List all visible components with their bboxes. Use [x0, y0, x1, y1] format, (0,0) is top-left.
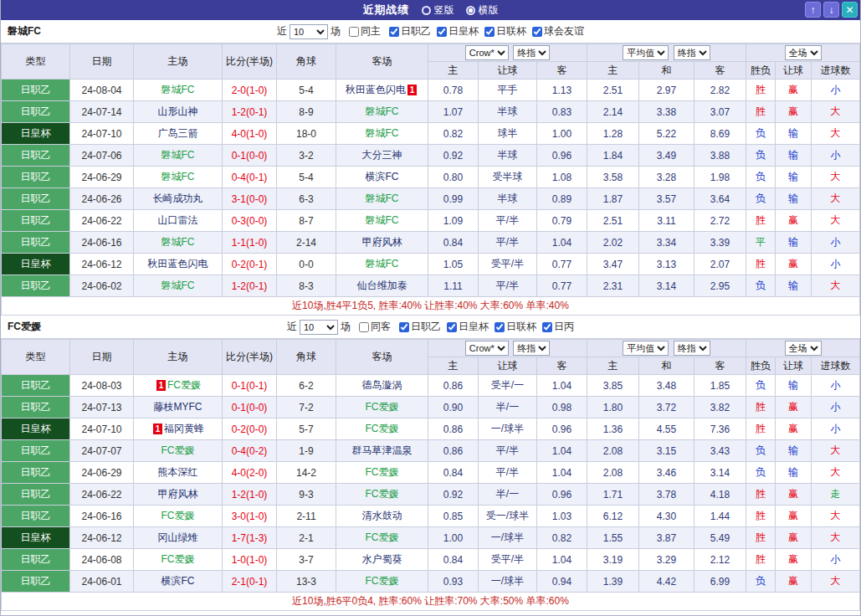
col-type: 类型 [2, 340, 70, 375]
odds-stage-select[interactable]: 终指 [513, 45, 550, 60]
same-venue-label: 同主 [361, 24, 381, 38]
match-score: 4-0(2-0) [223, 462, 277, 484]
same-venue-checkbox[interactable] [359, 322, 369, 332]
league-checkbox[interactable] [532, 27, 542, 37]
home-team: 冈山绿雉 [134, 527, 223, 549]
match-row: 日皇杯24-06-12秋田蓝色闪电0-2(0-1)0-0磐城FC1.05受平/半… [2, 254, 860, 275]
league-filter[interactable]: 日职乙 [383, 24, 431, 38]
col-corner: 角球 [277, 44, 336, 80]
col-avg-away: 客 [694, 357, 746, 375]
match-date: 24-06-16 [70, 232, 134, 254]
result-handicap: 赢 [776, 527, 812, 549]
result-handicap: 输 [776, 440, 812, 462]
scope-group-header: 全场 [746, 340, 860, 357]
match-row: 日皇杯24-07-10广岛三箭4-0(1-0)18-0磐城FC0.82球半1.0… [2, 123, 860, 145]
move-down-button[interactable]: ↓ [823, 2, 839, 18]
handicap-line: 平/半 [479, 462, 537, 484]
league-filter[interactable]: 日皇杯 [441, 320, 489, 334]
league-checkbox[interactable] [399, 322, 409, 332]
match-score: 1-2(0-1) [223, 275, 277, 297]
odds-stage-select[interactable]: 终指 [513, 341, 550, 356]
home-team: 熊本深红 [134, 462, 223, 484]
handicap-odds-away: 1.04 [537, 440, 587, 462]
same-venue-filter[interactable]: 同客 [353, 320, 391, 334]
match-date: 24-06-29 [70, 167, 134, 188]
home-team: 秋田蓝色闪电 [134, 254, 223, 275]
match-type-badge: 日职乙 [2, 188, 70, 210]
league-checkbox[interactable] [447, 322, 457, 332]
match-type-badge: 日职乙 [2, 101, 70, 123]
avg-stage-select[interactable]: 终指 [674, 341, 710, 356]
handicap-line: 受一/球半 [479, 506, 537, 527]
result-winlose: 平 [746, 232, 776, 254]
corner-count: 2-1 [277, 527, 336, 549]
match-score: 0-4(0-1) [223, 167, 277, 188]
home-team: FC爱媛 [134, 440, 223, 462]
avg-source-select[interactable]: 平均值 [623, 45, 669, 60]
league-filter[interactable]: 日丙 [536, 320, 574, 334]
result-handicap: 赢 [776, 101, 812, 123]
same-venue-filter[interactable]: 同主 [343, 24, 381, 38]
league-checkbox[interactable] [495, 322, 505, 332]
result-handicap: 赢 [776, 80, 812, 101]
near-label: 近 [277, 24, 287, 38]
result-winlose: 负 [746, 462, 776, 484]
radio-label: 竖版 [434, 3, 454, 18]
match-row: 日职乙24-06-01横滨FC2-1(0-1)13-3FC爱媛0.93一/球半0… [2, 571, 860, 593]
close-icon: ✕ [845, 4, 853, 16]
close-button[interactable]: ✕ [842, 2, 858, 18]
league-checkbox[interactable] [484, 27, 495, 37]
match-score: 1-1(1-0) [223, 232, 277, 254]
league-filter[interactable]: 日联杯 [489, 320, 536, 334]
scope-select[interactable]: 全场 [785, 341, 822, 356]
avg-stage-select[interactable]: 终指 [674, 45, 710, 60]
away-team: 群马草津温泉 [336, 440, 428, 462]
league-checkbox[interactable] [437, 27, 447, 37]
col-corner: 角球 [277, 340, 336, 375]
league-checkbox[interactable] [389, 27, 399, 37]
odds-group-header: Crow* 终指 [428, 340, 587, 357]
result-winlose: 负 [746, 275, 776, 297]
league-filter[interactable]: 日职乙 [393, 320, 441, 334]
league-filter[interactable]: 日皇杯 [431, 24, 479, 38]
odds-source-select[interactable]: Crow* [465, 341, 509, 356]
avg-odds-draw: 3.11 [639, 210, 694, 232]
avg-odds-home: 1.36 [587, 418, 639, 440]
radio-icon [422, 6, 431, 15]
match-type-badge: 日职乙 [2, 375, 70, 397]
avg-odds-away: 2.82 [694, 80, 746, 101]
match-type-badge: 日皇杯 [2, 527, 70, 549]
recent-count-select[interactable]: 10 [290, 24, 328, 39]
match-type-badge: 日职乙 [2, 167, 70, 188]
match-date: 24-07-13 [70, 397, 134, 418]
move-up-button[interactable]: ↑ [805, 2, 821, 18]
layout-radio-vertical[interactable]: 竖版 [422, 3, 454, 18]
home-team: 磐城FC [134, 167, 223, 188]
handicap-line: 一/球半 [479, 571, 537, 593]
avg-odds-away: 6.99 [694, 571, 746, 593]
layout-radio-horizontal[interactable]: 横版 [466, 3, 499, 18]
result-winlose: 胜 [746, 418, 776, 440]
avg-source-select[interactable]: 平均值 [623, 341, 669, 356]
odds-source-select[interactable]: Crow* [465, 45, 509, 60]
corner-count: 8-7 [277, 210, 336, 232]
result-handicap: 输 [776, 188, 812, 210]
match-type-badge: 日职乙 [2, 80, 70, 101]
same-venue-checkbox[interactable] [349, 27, 359, 37]
handicap-line: 平手 [479, 80, 537, 101]
league-checkbox[interactable] [542, 322, 552, 332]
handicap-odds-home: 0.86 [428, 375, 479, 397]
handicap-odds-away: 1.04 [537, 232, 587, 254]
league-filter[interactable]: 日联杯 [479, 24, 526, 38]
league-filter[interactable]: 球会友谊 [526, 24, 584, 38]
recent-count-select[interactable]: 10 [300, 320, 338, 335]
scope-select[interactable]: 全场 [785, 45, 822, 60]
handicap-odds-away: 0.89 [537, 188, 587, 210]
away-team: 磐城FC [336, 254, 428, 275]
scope-group-header: 全场 [746, 44, 860, 62]
match-date: 24-06-08 [70, 549, 134, 571]
match-date: 24-07-10 [70, 418, 134, 440]
result-handicap: 赢 [776, 571, 812, 593]
league-label: 日皇杯 [448, 24, 479, 38]
avg-odds-home: 3.58 [587, 167, 639, 188]
